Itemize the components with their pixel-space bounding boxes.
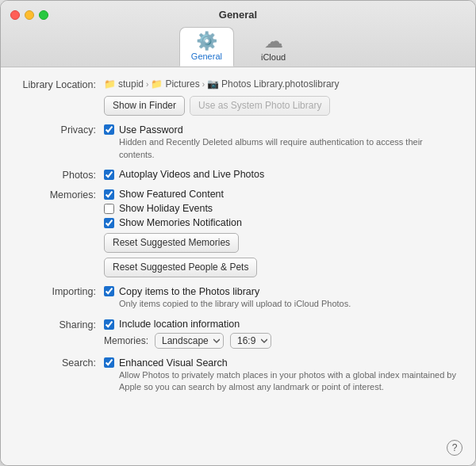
path-part-1: stupid	[118, 78, 144, 90]
close-button[interactable]	[10, 10, 20, 20]
library-location-label: Library Location:	[17, 78, 104, 90]
importing-label: Importing:	[17, 285, 104, 297]
search-label: Search:	[17, 357, 104, 369]
window-controls	[10, 10, 48, 20]
help-button[interactable]: ?	[447, 440, 463, 456]
show-notification-label: Show Memories Notification	[119, 217, 242, 228]
use-password-checkbox[interactable]	[104, 124, 114, 135]
memories-content: Show Featured Content Show Holiday Event…	[104, 189, 459, 277]
window: General ⚙️ General ☁ iCloud Library Loca…	[0, 0, 476, 466]
minimize-button[interactable]	[25, 10, 34, 20]
enhanced-visual-subtext: Allow Photos to privately match places i…	[119, 369, 459, 394]
enhanced-visual-checkbox[interactable]	[104, 357, 114, 368]
ratio-select[interactable]: 16:9 4:3 1:1	[230, 333, 271, 349]
window-title: General	[219, 9, 257, 21]
path-part-3: Photos Library.photoslibrary	[221, 78, 340, 90]
show-featured-row: Show Featured Content	[104, 189, 459, 200]
library-location-content: 📁 stupid › 📁 Pictures › 📷 Photos Library…	[104, 78, 459, 116]
sharing-label: Sharing:	[17, 319, 104, 330]
search-row: Search: Enhanced Visual Search Allow Pho…	[17, 357, 459, 394]
autoplay-label: Autoplay Videos and Live Photos	[119, 169, 264, 180]
tab-icloud[interactable]: ☁ iCloud	[250, 27, 297, 67]
copy-items-label: Copy items to the Photos library	[119, 286, 259, 297]
memories-label: Memories:	[17, 189, 104, 201]
show-featured-checkbox[interactable]	[104, 189, 114, 200]
sharing-row: Sharing: Include location information Me…	[17, 319, 459, 349]
include-location-row: Include location information	[104, 319, 459, 330]
content-area: Library Location: 📁 stupid › 📁 Pictures …	[1, 67, 475, 465]
library-location-row: Library Location: 📁 stupid › 📁 Pictures …	[17, 78, 459, 116]
enhanced-visual-row: Enhanced Visual Search Allow Photos to p…	[104, 357, 459, 394]
show-holiday-label: Show Holiday Events	[119, 203, 213, 214]
tab-general-label: General	[191, 52, 222, 61]
show-holiday-checkbox[interactable]	[104, 204, 114, 214]
arrow-1: ›	[146, 80, 148, 89]
include-location-checkbox[interactable]	[104, 319, 114, 330]
photos-content: Autoplay Videos and Live Photos	[104, 169, 459, 180]
copy-items-subtext: Only items copied to the library will up…	[119, 298, 351, 310]
gear-icon: ⚙️	[196, 32, 217, 50]
memories-row: Memories: Show Featured Content Show Hol…	[17, 189, 459, 277]
autoplay-row: Autoplay Videos and Live Photos	[104, 169, 459, 180]
folder-icon-2: 📁	[151, 78, 163, 90]
tab-icloud-label: iCloud	[261, 52, 286, 62]
use-password-row: Use Password Hidden and Recently Deleted…	[104, 124, 459, 161]
privacy-content: Use Password Hidden and Recently Deleted…	[104, 124, 459, 161]
enhanced-visual-label: Enhanced Visual Search	[119, 357, 228, 369]
use-password-label: Use Password	[119, 124, 183, 136]
orientation-select[interactable]: Landscape Portrait	[155, 333, 224, 349]
reset-memories-button[interactable]: Reset Suggested Memories	[104, 233, 239, 253]
sharing-content: Include location information Memories: L…	[104, 319, 459, 349]
folder-icon-1: 📁	[104, 78, 116, 90]
arrow-2: ›	[202, 80, 205, 89]
library-path: 📁 stupid › 📁 Pictures › 📷 Photos Library…	[104, 78, 459, 90]
show-featured-label: Show Featured Content	[119, 189, 224, 200]
photo-icon: 📷	[207, 78, 219, 90]
reset-people-button[interactable]: Reset Suggested People & Pets	[104, 258, 257, 277]
show-notification-row: Show Memories Notification	[104, 217, 459, 228]
path-part-2: Pictures	[165, 78, 199, 90]
reset-people-wrap: Reset Suggested People & Pets	[104, 258, 459, 277]
reset-memories-wrap: Reset Suggested Memories	[104, 233, 459, 253]
sharing-memories-label: Memories:	[104, 335, 148, 346]
privacy-row: Privacy: Use Password Hidden and Recentl…	[17, 124, 459, 161]
photos-row: Photos: Autoplay Videos and Live Photos	[17, 169, 459, 181]
tab-general[interactable]: ⚙️ General	[179, 27, 234, 67]
show-holiday-row: Show Holiday Events	[104, 203, 459, 214]
autoplay-checkbox[interactable]	[104, 170, 114, 180]
library-buttons: Show in Finder Use as System Photo Libra…	[104, 96, 459, 116]
toolbar: ⚙️ General ☁ iCloud	[179, 27, 297, 67]
importing-content: Copy items to the Photos library Only it…	[104, 285, 459, 310]
cloud-icon: ☁	[264, 32, 283, 51]
include-location-label: Include location information	[119, 319, 240, 330]
importing-row: Importing: Copy items to the Photos libr…	[17, 285, 459, 310]
copy-items-checkbox[interactable]	[104, 286, 114, 296]
use-as-system-button[interactable]: Use as System Photo Library	[190, 96, 330, 116]
show-in-finder-button[interactable]: Show in Finder	[104, 96, 185, 116]
search-content: Enhanced Visual Search Allow Photos to p…	[104, 357, 459, 394]
title-bar: General ⚙️ General ☁ iCloud	[1, 1, 475, 67]
photos-label: Photos:	[17, 169, 104, 181]
copy-items-row: Copy items to the Photos library Only it…	[104, 285, 459, 310]
maximize-button[interactable]	[39, 10, 48, 20]
privacy-label: Privacy:	[17, 124, 104, 136]
sharing-memories-row: Memories: Landscape Portrait 16:9 4:3 1:…	[104, 333, 459, 349]
use-password-checkbox-wrap	[104, 124, 114, 135]
show-notification-checkbox[interactable]	[104, 218, 114, 228]
use-password-subtext: Hidden and Recently Deleted albums will …	[119, 136, 459, 161]
